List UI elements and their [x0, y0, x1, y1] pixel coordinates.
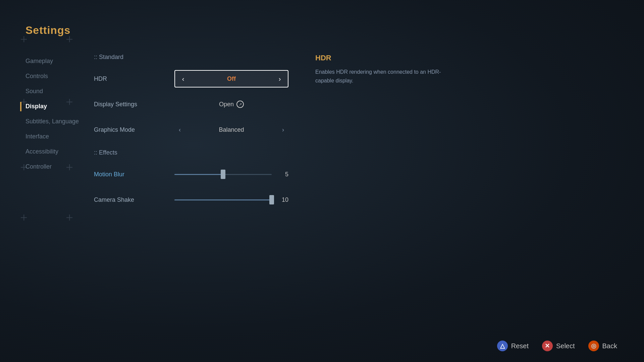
select-button[interactable]: ✕ Select — [542, 341, 575, 351]
sidebar-label-display: Display — [25, 103, 47, 110]
motion-blur-thumb[interactable] — [221, 170, 225, 179]
info-title: HDR — [315, 54, 449, 62]
back-label: Back — [602, 342, 617, 350]
display-settings-label: Display Settings — [94, 101, 174, 108]
graphics-mode-value: Balanced — [185, 126, 278, 133]
back-button[interactable]: ◎ Back — [588, 341, 617, 351]
section-standard-header: :: Standard — [94, 54, 322, 61]
camera-shake-track — [174, 199, 272, 200]
camera-shake-thumb[interactable] — [269, 195, 274, 204]
hdr-label: HDR — [94, 75, 174, 82]
bottom-bar: △ Reset ✕ Select ◎ Back — [497, 341, 617, 351]
sidebar-label-subtitles: Subtitles, Language — [25, 118, 79, 125]
sidebar-item-interface[interactable]: Interface — [25, 129, 86, 144]
display-settings-row: Display Settings Open — [94, 96, 322, 113]
motion-blur-row: Motion Blur 5 — [94, 166, 322, 183]
display-settings-value: Open — [219, 101, 234, 108]
hdr-next-button[interactable]: › — [272, 71, 288, 87]
info-description: Enables HDR rendering when connected to … — [315, 68, 449, 85]
section-effects-header: :: Effects — [94, 149, 322, 156]
sidebar-item-accessibility[interactable]: Accessibility — [25, 144, 86, 159]
sidebar-label-interface: Interface — [25, 133, 49, 140]
graphics-mode-selector[interactable]: ‹ Balanced › — [174, 121, 288, 138]
section-effects-label: :: Effects — [94, 149, 117, 156]
sidebar-label-gameplay: Gameplay — [25, 58, 53, 65]
graphics-mode-label: Graphics Mode — [94, 126, 174, 133]
hdr-prev-button[interactable]: ‹ — [175, 71, 191, 87]
sidebar-label-sound: Sound — [25, 88, 43, 95]
sidebar-label-controls: Controls — [25, 73, 48, 80]
hdr-value: Off — [191, 75, 272, 82]
sidebar: Gameplay Controls Sound Display Subtitle… — [25, 54, 86, 174]
sidebar-item-display[interactable]: Display — [25, 99, 86, 114]
motion-blur-track — [174, 174, 272, 175]
sidebar-item-controller[interactable]: Controller — [25, 159, 86, 174]
page-title: Settings — [25, 24, 70, 37]
camera-shake-slider-container: 10 — [174, 196, 288, 203]
motion-blur-slider-container: 5 — [174, 171, 288, 178]
camera-shake-value: 10 — [278, 196, 288, 203]
camera-shake-label: Camera Shake — [94, 196, 174, 203]
hdr-row: HDR ‹ Off › — [94, 70, 322, 87]
reset-button[interactable]: △ Reset — [497, 341, 529, 351]
reset-icon: △ — [497, 341, 508, 351]
motion-blur-label: Motion Blur — [94, 171, 174, 178]
info-panel: HDR Enables HDR rendering when connected… — [315, 54, 449, 85]
camera-shake-fill — [174, 199, 272, 200]
graphics-mode-row: Graphics Mode ‹ Balanced › — [94, 121, 322, 138]
main-content: :: Standard HDR ‹ Off › Display Settings… — [94, 54, 322, 217]
select-label: Select — [556, 342, 575, 350]
camera-shake-row: Camera Shake 10 — [94, 191, 322, 208]
sidebar-item-gameplay[interactable]: Gameplay — [25, 54, 86, 69]
sidebar-item-sound[interactable]: Sound — [25, 84, 86, 99]
sidebar-item-controls[interactable]: Controls — [25, 69, 86, 84]
sidebar-label-controller: Controller — [25, 163, 52, 170]
back-icon: ◎ — [588, 341, 599, 351]
select-icon: ✕ — [542, 341, 553, 351]
hdr-toggle[interactable]: ‹ Off › — [174, 70, 288, 87]
section-standard-label: :: Standard — [94, 54, 123, 61]
display-settings-open-button[interactable]: Open — [174, 101, 288, 108]
motion-blur-fill — [174, 174, 223, 175]
open-external-icon — [236, 101, 244, 108]
graphics-mode-prev-button[interactable]: ‹ — [174, 121, 185, 138]
sidebar-item-subtitles[interactable]: Subtitles, Language — [25, 114, 86, 129]
graphics-mode-next-button[interactable]: › — [278, 121, 288, 138]
sidebar-label-accessibility: Accessibility — [25, 148, 58, 155]
reset-label: Reset — [511, 342, 529, 350]
motion-blur-value: 5 — [278, 171, 288, 178]
